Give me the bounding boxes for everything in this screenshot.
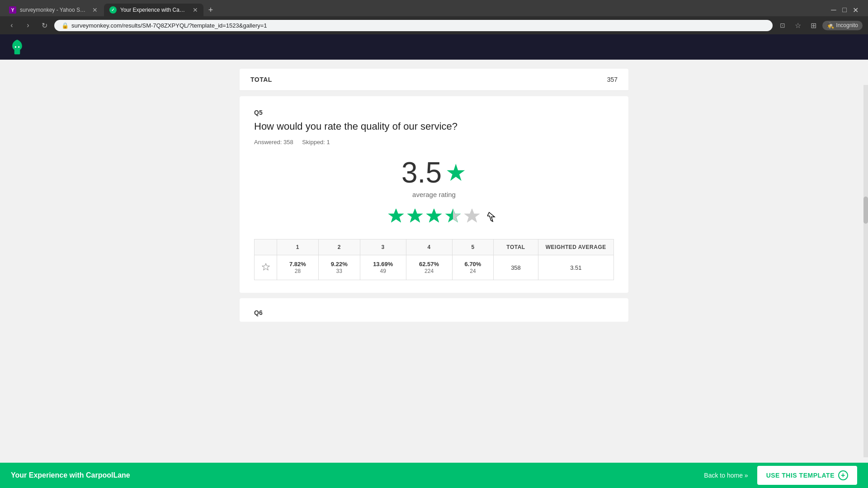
tab-sm-close[interactable]: ✕ [193, 6, 198, 14]
sm-favicon: ✓ [109, 6, 117, 14]
sm-header [0, 34, 868, 60]
star-2 [406, 207, 424, 225]
sm-logo-icon [9, 39, 25, 55]
address-bar[interactable]: 🔒 surveymonkey.com/results/SM-7Q8ZXPYQL/… [54, 20, 773, 31]
th-icon [255, 239, 277, 255]
scrollbar-track[interactable] [863, 85, 868, 457]
th-5: 5 [452, 239, 494, 255]
th-2: 2 [318, 239, 360, 255]
pct-5: 6.70% [459, 261, 487, 267]
incognito-label: Incognito [836, 22, 858, 28]
question-card-q5: Q5 How would you rate the quality of our… [240, 96, 628, 293]
cnt-2: 33 [336, 268, 342, 274]
pct-1: 7.82% [283, 261, 312, 267]
window-controls: ─ □ ✕ [825, 6, 864, 14]
table-row: 7.82% 28 9.22% 33 13.69% 49 [255, 255, 614, 280]
rating-label: average rating [254, 191, 614, 198]
tab-yahoo-close[interactable]: ✕ [92, 6, 98, 14]
yahoo-favicon: Y [9, 6, 16, 14]
td-weighted-avg: 3.51 [538, 255, 613, 280]
sm-logo [9, 39, 25, 55]
svg-marker-7 [262, 263, 269, 270]
tab-bar: Y surveymonkey - Yahoo Search ... ✕ ✓ Yo… [0, 0, 868, 16]
page-content: TOTAL 357 Q5 How would you rate the qual… [0, 34, 868, 483]
bottom-bar-title: Your Experience with CarpoolLane [11, 471, 130, 479]
td-star-icon [255, 255, 277, 280]
rating-table: 1 2 3 4 5 TOTAL WEIGHTED AVERAGE [254, 239, 614, 280]
cnt-5: 24 [470, 268, 476, 274]
star-row [254, 207, 614, 225]
th-4: 4 [406, 239, 452, 255]
use-template-label: USE THIS TEMPLATE [766, 472, 835, 479]
bottom-bar-actions: Back to home » USE THIS TEMPLATE + [695, 466, 857, 483]
close-button[interactable]: ✕ [852, 6, 859, 14]
total-row: TOTAL 357 [240, 69, 628, 91]
tab-sm-label: Your Experience with Carpool... [120, 7, 186, 13]
tab-yahoo[interactable]: Y surveymonkey - Yahoo Search ... ✕ [4, 4, 103, 16]
th-1: 1 [277, 239, 319, 255]
toolbar-icons: ⊡ ☆ ⊞ 🕵 Incognito [776, 19, 863, 32]
svg-marker-2 [388, 209, 403, 222]
scrollbar-thumb[interactable] [863, 197, 868, 224]
tab-surveymonkey[interactable]: ✓ Your Experience with Carpool... ✕ [104, 4, 203, 16]
svg-marker-3 [407, 209, 422, 222]
maximize-button[interactable]: □ [841, 6, 848, 14]
svg-point-1 [18, 46, 20, 48]
pct-2: 9.22% [325, 261, 354, 267]
pct-3: 13.69% [367, 261, 400, 267]
cast-icon[interactable]: ⊡ [776, 19, 789, 32]
th-weighted: WEIGHTED AVERAGE [538, 239, 613, 255]
td-1: 7.82% 28 [277, 255, 319, 280]
cnt-1: 28 [295, 268, 301, 274]
use-template-plus-icon: + [838, 470, 848, 480]
tab-yahoo-label: surveymonkey - Yahoo Search ... [20, 7, 86, 13]
q6-number: Q6 [254, 309, 614, 316]
new-tab-button[interactable]: + [204, 4, 217, 16]
back-button[interactable]: ‹ [5, 19, 18, 32]
td-4: 62.57% 224 [406, 255, 452, 280]
star-1 [387, 207, 405, 225]
rating-number-row: 3.5 ★ [401, 158, 467, 187]
q5-text: How would you rate the quality of our se… [254, 121, 614, 132]
cnt-4: 224 [425, 268, 434, 274]
url-text: surveymonkey.com/results/SM-7Q8ZXPYQL/?t… [71, 22, 267, 29]
td-3: 13.69% 49 [360, 255, 406, 280]
browser-window: Y surveymonkey - Yahoo Search ... ✕ ✓ Yo… [0, 0, 868, 34]
incognito-badge[interactable]: 🕵 Incognito [822, 21, 863, 30]
question-card-q6-partial: Q6 [240, 298, 628, 322]
pct-4: 62.57% [413, 261, 446, 267]
td-2: 9.22% 33 [318, 255, 360, 280]
svg-marker-4 [426, 209, 441, 222]
bookmark-icon[interactable]: ☆ [792, 19, 804, 32]
svg-marker-6 [464, 209, 479, 222]
q5-number: Q5 [254, 109, 614, 116]
td-5: 6.70% 24 [452, 255, 494, 280]
incognito-icon: 🕵 [827, 22, 834, 29]
q5-skipped: Skipped: 1 [302, 139, 330, 145]
use-template-button[interactable]: USE THIS TEMPLATE + [757, 466, 857, 483]
lock-icon: 🔒 [61, 22, 69, 29]
star-4 [444, 207, 462, 225]
th-total: TOTAL [494, 239, 538, 255]
q5-meta: Answered: 358 Skipped: 1 [254, 139, 614, 145]
td-total: 358 [494, 255, 538, 280]
rating-value: 3.5 [401, 158, 442, 187]
minimize-button[interactable]: ─ [830, 6, 837, 14]
back-home-button[interactable]: Back to home » [695, 467, 757, 483]
address-bar-row: ‹ › ↻ 🔒 surveymonkey.com/results/SM-7Q8Z… [0, 16, 868, 34]
th-3: 3 [360, 239, 406, 255]
reload-button[interactable]: ↻ [38, 19, 51, 32]
svg-point-0 [15, 46, 17, 48]
profile-icon[interactable]: ⊞ [807, 19, 820, 32]
rating-star-icon: ★ [445, 161, 467, 184]
cnt-3: 49 [380, 268, 386, 274]
total-value: 357 [607, 76, 618, 83]
total-card: TOTAL 357 [240, 69, 628, 91]
total-label: TOTAL [250, 76, 272, 83]
forward-button[interactable]: › [22, 19, 34, 32]
svg-marker-5 [445, 209, 460, 222]
q5-answered: Answered: 358 [254, 139, 293, 145]
bottom-bar: Your Experience with CarpoolLane Back to… [0, 463, 868, 483]
rating-display: 3.5 ★ average rating [254, 158, 614, 198]
star-3 [425, 207, 443, 225]
